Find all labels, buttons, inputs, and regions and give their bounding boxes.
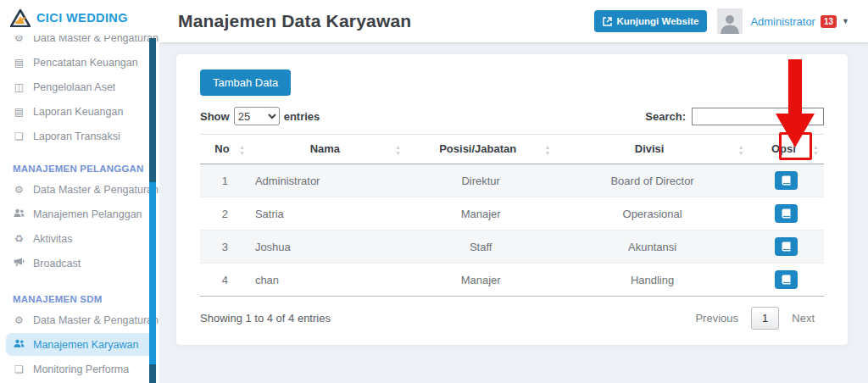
sidebar-item-label: Laporan Keuangan (33, 106, 123, 118)
cell-no: 1 (200, 164, 250, 197)
sidebar-item-label: Data Master & Pengaturan (33, 36, 159, 44)
sidebar-scrollbar-end (149, 364, 156, 383)
cell-opsi (749, 264, 824, 297)
cell-nama: Administrator (250, 164, 406, 197)
sidebar-item-laporan-transaksi[interactable]: ❏ Laporan Transaksi (0, 124, 159, 148)
detail-action-button-row-4[interactable] (775, 270, 798, 289)
sidebar-item-label: Monitoring Performa (33, 364, 129, 375)
sidebar-item-broadcast[interactable]: Broadcast (0, 251, 159, 275)
pagination-next[interactable]: Next (782, 307, 824, 330)
sidebar-item-label: Aktivitas (33, 233, 73, 245)
cogs-icon: ⚙ (13, 185, 25, 195)
sort-icon: ▲▼ (545, 145, 551, 156)
sort-icon: ▲▼ (239, 145, 245, 156)
sidebar-item-data-master-pengaturan-1[interactable]: ⚙ Data Master & Pengaturan (0, 36, 159, 50)
book-icon (782, 175, 791, 186)
cell-no: 2 (200, 197, 250, 230)
cell-nama: chan (250, 264, 406, 297)
sidebar-item-label: Data Master & Pengaturan (33, 314, 159, 326)
sidebar-item-manajemen-karyawan[interactable]: Manajemen Karyawan (6, 333, 153, 356)
sidebar-scrollbar-thumb[interactable] (149, 38, 156, 182)
cell-divisi: Operasional (556, 197, 749, 230)
page-length-select[interactable]: 25 (234, 107, 280, 125)
sidebar-item-label: Manajemen Pelanggan (33, 208, 142, 220)
sidebar-item-aktivitas[interactable]: ♻ Aktivitas (0, 226, 159, 251)
users-icon (13, 208, 25, 219)
table-row: 1 Administrator Direktur Board of Direct… (200, 164, 824, 197)
add-data-button[interactable]: Tambah Data (200, 69, 291, 96)
show-label: Show (200, 110, 230, 123)
money-bill-icon: ▤ (13, 58, 25, 68)
cell-nama: Satria (250, 197, 406, 230)
book-icon: ❏ (13, 131, 25, 142)
column-header-opsi[interactable]: Opsi▲▼ (749, 135, 824, 164)
table-footer: Showing 1 to 4 of 4 entries Previous 1 N… (200, 307, 824, 330)
external-link-icon (603, 17, 612, 26)
book-icon (782, 208, 791, 219)
book-icon (782, 241, 791, 252)
cell-divisi: Akuntansi (556, 230, 749, 264)
sort-icon: ▲▼ (395, 145, 401, 156)
sort-icon: ▲▼ (738, 145, 744, 156)
sidebar-item-laporan-keuangan[interactable]: ▤ Laporan Keuangan (0, 99, 159, 124)
table-row: 3 Joshua Staff Akuntansi (200, 230, 824, 264)
pagination-page-1[interactable]: 1 (751, 307, 779, 330)
sidebar-item-manajemen-pelanggan[interactable]: Manajemen Pelanggan (0, 202, 159, 226)
visit-website-button[interactable]: Kunjungi Website (594, 10, 707, 32)
column-header-divisi[interactable]: Divisi▲▼ (556, 135, 749, 164)
cell-posisi: Direktur (406, 164, 556, 197)
book-icon: ❏ (13, 364, 25, 375)
avatar[interactable] (717, 8, 743, 34)
column-header-posisi[interactable]: Posisi/Jabatan▲▼ (406, 135, 556, 164)
visit-website-label: Kunjungi Website (616, 16, 698, 26)
pagination-previous[interactable]: Previous (686, 307, 748, 330)
sidebar-item-pengelolaan-aset[interactable]: ◫ Pengelolaan Aset (0, 75, 159, 99)
cell-opsi (749, 197, 824, 230)
table-row: 2 Satria Manajer Operasional (200, 197, 824, 230)
detail-action-button-row-2[interactable] (775, 204, 798, 223)
person-icon (719, 12, 741, 34)
asset-box-icon: ◫ (13, 82, 25, 92)
search-control: Search: (645, 108, 824, 125)
table-row: 4 chan Manajer Handling (200, 264, 824, 297)
cell-opsi (749, 164, 824, 197)
sidebar-section-manajemen-sdm: MANAJEMEN SDM (0, 291, 159, 308)
sidebar-item-label: Broadcast (33, 258, 81, 269)
user-name[interactable]: Administrator (750, 15, 815, 28)
detail-action-button-row-3[interactable] (775, 237, 798, 256)
entries-label: entries (284, 110, 320, 123)
chevron-down-icon[interactable]: ▼ (842, 17, 849, 25)
cell-divisi: Handling (556, 264, 749, 297)
search-label: Search: (645, 110, 686, 123)
book-icon (782, 275, 791, 285)
notification-badge: 13 (821, 15, 837, 28)
sidebar-item-data-master-pengaturan-2[interactable]: ⚙ Data Master & Pengaturan (0, 177, 159, 202)
users-icon (13, 339, 25, 350)
pagination: Previous 1 Next (686, 307, 824, 330)
recycle-icon: ♻ (13, 234, 25, 244)
cogs-icon: ⚙ (13, 36, 25, 43)
bullhorn-icon (13, 258, 25, 269)
page-title: Manajemen Data Karyawan (178, 11, 594, 31)
sidebar-item-label: Data Master & Pengaturan (33, 184, 159, 196)
brand-link[interactable]: CICI WEDDING (0, 0, 159, 36)
sidebar-item-label: Manajemen Karyawan (33, 339, 138, 351)
brand-name: CICI WEDDING (36, 11, 128, 25)
sort-icon: ▲▼ (813, 145, 819, 156)
table-info: Showing 1 to 4 of 4 entries (200, 312, 331, 325)
cell-opsi (749, 230, 824, 264)
cell-posisi: Staff (406, 230, 556, 264)
sidebar-item-pencatatan-keuangan[interactable]: ▤ Pencatatan Keuangan (0, 50, 159, 75)
table-header-row: No▲▼ Nama▲▼ Posisi/Jabatan▲▼ Divisi▲▼ Op… (200, 135, 824, 164)
cell-posisi: Manajer (406, 197, 556, 230)
column-header-no[interactable]: No▲▼ (200, 135, 250, 164)
sidebar-item-data-master-pengaturan-3[interactable]: ⚙ Data Master & Pengaturan (0, 308, 159, 332)
search-input[interactable] (692, 108, 824, 125)
detail-action-button-row-1[interactable] (775, 171, 798, 190)
main-area: Manajemen Data Karyawan Kunjungi Website… (159, 0, 868, 383)
table-controls: Show 25 entries Search: (200, 107, 824, 125)
cell-posisi: Manajer (406, 264, 556, 297)
cell-divisi: Board of Director (556, 164, 749, 197)
column-header-nama[interactable]: Nama▲▼ (250, 135, 406, 164)
sidebar-item-monitoring-performa[interactable]: ❏ Monitoring Performa (0, 357, 159, 381)
